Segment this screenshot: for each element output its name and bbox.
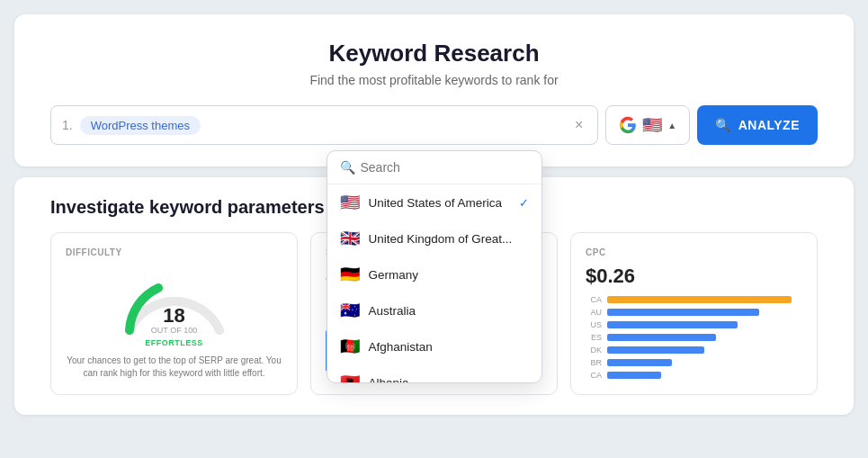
search-number: 1. bbox=[62, 118, 73, 132]
country-selector-button[interactable]: 🇺🇸 ▲ bbox=[605, 105, 690, 145]
cpc-bar-row: CA bbox=[586, 295, 802, 304]
cpc-bar-fill bbox=[607, 346, 704, 354]
country-list: 🇺🇸 United States of America ✓ 🇬🇧 United … bbox=[327, 184, 541, 382]
country-item-flag: 🇦🇫 bbox=[340, 337, 360, 356]
cpc-country-label: CA bbox=[586, 371, 602, 380]
country-item-flag: 🇬🇧 bbox=[340, 229, 360, 248]
cpc-widget: CPC $0.26 CA AU US ES DK BR CA bbox=[570, 232, 818, 395]
country-item-name: Germany bbox=[369, 268, 529, 282]
country-item[interactable]: 🇬🇧 United Kingdom of Great... bbox=[327, 220, 541, 256]
gauge-container: 18 OUT OF 100 EFFORTLESS Your chances to… bbox=[66, 265, 282, 380]
cpc-country-label: CA bbox=[586, 295, 602, 304]
country-dropdown: 🔍 🇺🇸 United States of America ✓ 🇬🇧 Unite… bbox=[327, 150, 542, 383]
country-item-flag: 🇩🇪 bbox=[340, 265, 360, 284]
search-row: 1. WordPress themes × 🇺🇸 ▲ 🔍 ANALYZE 🔍 bbox=[50, 105, 818, 145]
cpc-bar-row: US bbox=[586, 320, 802, 329]
cpc-bar-fill bbox=[607, 359, 672, 366]
difficulty-sub: OUT OF 100 bbox=[151, 326, 197, 335]
country-item-name: Afghanistan bbox=[369, 340, 529, 354]
cpc-bar-row: DK bbox=[586, 346, 802, 355]
country-item-name: United Kingdom of Great... bbox=[369, 232, 529, 246]
cpc-country-label: DK bbox=[586, 346, 602, 355]
country-item[interactable]: 🇦🇫 Afghanistan bbox=[327, 328, 541, 364]
cpc-country-label: BR bbox=[586, 358, 602, 367]
search-input-wrapper: 1. WordPress themes × bbox=[50, 105, 598, 145]
cpc-bar-row: ES bbox=[586, 333, 802, 342]
cpc-bar-row: CA bbox=[586, 371, 802, 380]
dropdown-search-input[interactable] bbox=[361, 160, 529, 175]
difficulty-label: DIFFICULTY bbox=[66, 247, 282, 257]
keyword-tag[interactable]: WordPress themes bbox=[80, 116, 201, 135]
dropdown-search-icon: 🔍 bbox=[340, 160, 355, 175]
country-item-flag: 🇺🇸 bbox=[340, 193, 360, 212]
analyze-label: ANALYZE bbox=[738, 118, 800, 132]
difficulty-widget: DIFFICULTY 18 OUT OF 100 bbox=[50, 232, 298, 395]
country-item-flag: 🇦🇺 bbox=[340, 301, 360, 320]
search-icon: 🔍 bbox=[715, 118, 731, 132]
cpc-value: $0.26 bbox=[586, 265, 802, 288]
country-item-name: Australia bbox=[369, 304, 529, 318]
difficulty-value: 18 bbox=[151, 306, 197, 326]
cpc-bar-fill bbox=[607, 296, 792, 303]
cpc-country-label: AU bbox=[586, 308, 602, 317]
cpc-country-label: ES bbox=[586, 333, 602, 342]
analyze-button[interactable]: 🔍 ANALYZE bbox=[697, 105, 818, 145]
dropdown-search-wrapper: 🔍 bbox=[327, 151, 541, 184]
difficulty-description: Your chances to get to the top of SERP a… bbox=[66, 355, 282, 380]
cpc-bar-fill bbox=[607, 321, 738, 328]
country-item[interactable]: 🇩🇪 Germany bbox=[327, 256, 541, 292]
gauge-svg: 18 OUT OF 100 bbox=[121, 272, 228, 335]
country-item[interactable]: 🇦🇱 Albania bbox=[327, 364, 541, 382]
cpc-bar-fill bbox=[607, 372, 661, 379]
page-subtitle: Find the most profitable keywords to ran… bbox=[50, 73, 818, 87]
cpc-label: CPC bbox=[586, 247, 802, 257]
country-item[interactable]: 🇦🇺 Australia bbox=[327, 292, 541, 328]
country-item[interactable]: 🇺🇸 United States of America ✓ bbox=[327, 184, 541, 220]
cpc-bar-fill bbox=[607, 309, 759, 316]
cpc-bar-row: AU bbox=[586, 308, 802, 317]
chevron-up-icon: ▲ bbox=[667, 121, 676, 130]
country-item-name: United States of America bbox=[369, 196, 510, 210]
country-item-flag: 🇦🇱 bbox=[340, 373, 360, 382]
clear-button[interactable]: × bbox=[571, 113, 586, 137]
cpc-bars: CA AU US ES DK BR CA bbox=[586, 295, 802, 380]
page-title: Keyword Research bbox=[50, 40, 818, 67]
cpc-bar-fill bbox=[607, 334, 716, 341]
difficulty-status: EFFORTLESS bbox=[145, 338, 203, 347]
google-logo bbox=[619, 116, 637, 134]
cpc-bar-row: BR bbox=[586, 358, 802, 367]
country-item-name: Albania bbox=[369, 376, 529, 383]
country-flag: 🇺🇸 bbox=[642, 115, 662, 135]
cpc-country-label: US bbox=[586, 320, 602, 329]
selected-checkmark: ✓ bbox=[519, 196, 529, 210]
main-card: Keyword Research Find the most profitabl… bbox=[14, 14, 854, 166]
gauge-number: 18 OUT OF 100 bbox=[151, 306, 197, 335]
